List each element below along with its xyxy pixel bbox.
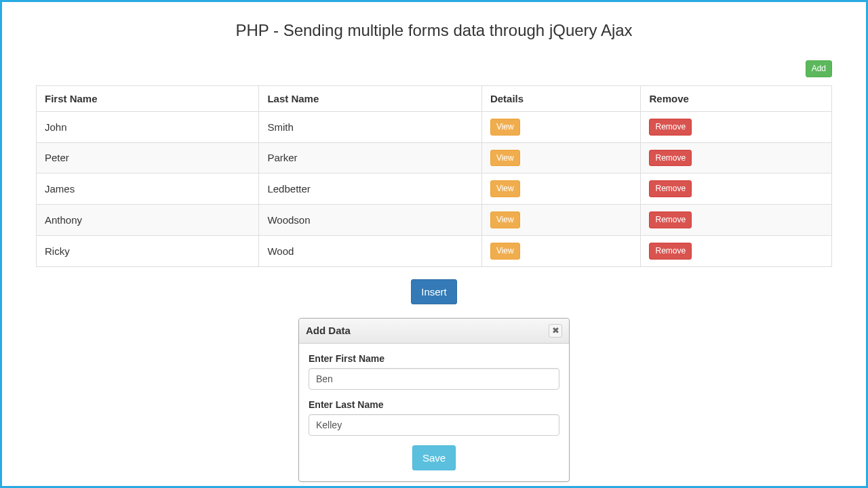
remove-button[interactable]: Remove [649, 243, 692, 260]
toolbar: Add [36, 60, 832, 77]
view-button[interactable]: View [490, 119, 520, 136]
save-button[interactable]: Save [412, 445, 456, 470]
view-button[interactable]: View [490, 243, 520, 260]
close-icon[interactable]: ✖ [549, 324, 562, 338]
dialog-header: Add Data ✖ [299, 319, 569, 344]
dialog-body: Enter First Name Enter Last Name Save [299, 344, 569, 481]
cell-last-name: Smith [259, 111, 481, 142]
last-name-label: Enter Last Name [309, 399, 559, 410]
last-name-input[interactable] [309, 414, 559, 436]
remove-button[interactable]: Remove [649, 211, 692, 228]
form-group-last-name: Enter Last Name [309, 399, 559, 436]
header-last-name: Last Name [259, 85, 481, 111]
add-data-dialog: Add Data ✖ Enter First Name Enter Last N… [298, 318, 570, 482]
insert-button[interactable]: Insert [411, 279, 457, 304]
first-name-input[interactable] [309, 368, 559, 390]
table-row: James Ledbetter View Remove [37, 174, 832, 205]
cell-last-name: Parker [259, 142, 481, 174]
remove-button[interactable]: Remove [649, 119, 692, 136]
first-name-label: Enter First Name [309, 353, 559, 364]
header-first-name: First Name [37, 85, 259, 111]
cell-first-name: John [37, 111, 259, 142]
cell-last-name: Wood [259, 235, 481, 266]
cell-first-name: Ricky [37, 235, 259, 266]
remove-button[interactable]: Remove [649, 180, 692, 197]
view-button[interactable]: View [490, 150, 520, 167]
table-row: John Smith View Remove [37, 111, 832, 142]
cell-last-name: Ledbetter [259, 174, 481, 205]
app-frame: PHP - Sending multiple forms data throug… [0, 0, 868, 488]
table-header-row: First Name Last Name Details Remove [37, 85, 832, 111]
table-row: Anthony Woodson View Remove [37, 205, 832, 236]
cell-first-name: Anthony [37, 205, 259, 236]
view-button[interactable]: View [490, 180, 520, 197]
page-title: PHP - Sending multiple forms data throug… [36, 21, 832, 40]
header-details: Details [481, 85, 641, 111]
users-table: First Name Last Name Details Remove John… [36, 85, 832, 267]
table-row: Peter Parker View Remove [37, 142, 832, 174]
cell-first-name: Peter [37, 142, 259, 174]
dialog-actions: Save [309, 445, 559, 470]
table-row: Ricky Wood View Remove [37, 235, 832, 266]
cell-first-name: James [37, 174, 259, 205]
form-group-first-name: Enter First Name [309, 353, 559, 390]
add-button[interactable]: Add [806, 60, 832, 77]
view-button[interactable]: View [490, 211, 520, 228]
cell-last-name: Woodson [259, 205, 481, 236]
header-remove: Remove [641, 85, 832, 111]
insert-row: Insert [36, 279, 832, 304]
remove-button[interactable]: Remove [649, 150, 692, 167]
dialog-title: Add Data [306, 325, 351, 336]
